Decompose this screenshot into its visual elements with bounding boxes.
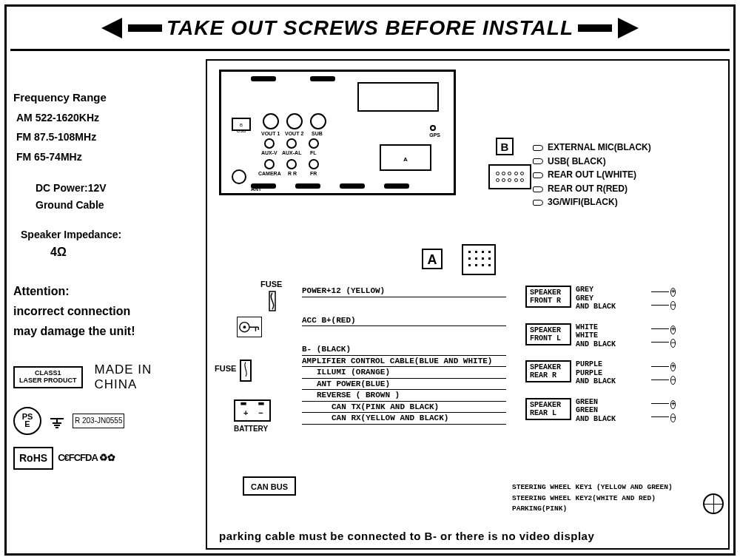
label-sub: SUB [312, 131, 323, 136]
spk-box-b: FRONT L [530, 334, 567, 343]
rca-plug-icon [533, 145, 543, 151]
wire-canrx: CAN RX(YELLOW AND BLACK) [302, 413, 506, 425]
svg-text:+: + [243, 408, 248, 417]
rca-vout1 [263, 113, 279, 129]
arrow-left-icon [101, 18, 122, 38]
plus-icon: + [670, 400, 676, 409]
rca-vout2 [286, 113, 303, 129]
rca-plug-icon [533, 172, 543, 178]
spk-c2: PURPLE [576, 369, 647, 378]
header-banner: TAKE OUT SCREWS BEFORE INSTALL [10, 10, 730, 46]
spk-c1: WHITE [576, 323, 647, 332]
label-fr: FR [310, 171, 317, 176]
connector-b-wire-list: EXTERNAL MIC(BLACK) USB( BLACK) REAR OUT… [533, 141, 721, 209]
wire-acc: ACC B+(RED) [302, 315, 506, 327]
connector-a-label: A [422, 249, 443, 269]
wiring-diagram-box: BUSB VOUT 1 VOUT 2 SUB AUX-V AUX-AL FL C… [206, 59, 730, 550]
display-outline [357, 82, 439, 112]
spk-c3: AND BLACK [576, 377, 647, 386]
label-camera: CAMERA [258, 171, 281, 176]
rca-plug-icon [533, 200, 543, 206]
mount-slot-icon [310, 76, 335, 81]
svg-text:−: − [258, 408, 263, 417]
parking-cable-note: parking cable must be connected to B- or… [219, 530, 721, 542]
connb-3g-wifi: 3G/WIFI(BLACK) [548, 197, 618, 207]
attention-block: Attention: incorrect connection may dama… [13, 281, 198, 342]
speaker-impedance-title: Speaker Impedance: [13, 226, 198, 243]
parking-wire: PARKING(PINK) [512, 504, 719, 514]
plus-icon: + [670, 288, 676, 297]
pse-mark-icon: PS E [13, 407, 41, 435]
arrow-right-icon [618, 18, 639, 38]
steering-key1: STEERING WHEEL KEY1 (YELLOW AND GREEN) [512, 482, 719, 493]
spec-fm1: FM 87.5-108MHz [13, 129, 198, 145]
spec-ground-cable: Ground Cable [13, 197, 198, 213]
minus-icon: − [670, 301, 676, 310]
rca-rr [286, 159, 297, 169]
can-bus-box: CAN BUS [243, 476, 296, 496]
pse-b: E [24, 421, 30, 428]
spk-box-b: REAR R [530, 371, 567, 379]
steering-key2: STEERING WHEEL KEY2(WHITE AND RED) [512, 493, 719, 504]
spk-box-b: REAR L [530, 409, 567, 417]
fuse-symbol-icon [265, 290, 280, 312]
rca-camera [264, 159, 275, 169]
spk-c3: AND BLACK [576, 303, 647, 311]
label-vout1: VOUT 1 [261, 131, 280, 136]
wire-amp: AMPLIFIER CONTROL CABLE(BLUE AND WHITE) [302, 356, 506, 368]
attention-line2: incorrect connection [13, 301, 198, 321]
wire-cantx: CAN TX(PINK AND BLACK) [302, 402, 506, 414]
wire-power12: POWER+12 (YELLOW) [302, 286, 506, 297]
ant-port [232, 169, 246, 184]
connb-ext-mic: EXTERNAL MIC(BLACK) [548, 142, 651, 152]
fuse-box-icon [240, 360, 252, 382]
rohs-badge: RoHS [13, 447, 53, 469]
steering-wheel-icon [703, 493, 724, 514]
freq-range-title: Frequency Range [13, 89, 198, 107]
spk-c3: AND BLACK [576, 415, 647, 424]
made-in-label: MADE IN CHINA [95, 362, 152, 393]
mount-slot-icon [340, 183, 365, 189]
left-spec-panel: Frequency Range AM 522-1620KHz FM 87.5-1… [13, 59, 198, 470]
minus-icon: − [670, 376, 676, 385]
wire-bminus: B- (BLACK) [302, 344, 506, 356]
svg-point-2 [243, 325, 246, 328]
label-rr: R R [288, 171, 297, 176]
usb-port-b: BUSB [232, 118, 251, 131]
label-vout2: VOUT 2 [285, 131, 303, 136]
speaker-rear-r: SPEAKERREAR R PURPLEPURPLEAND BLACK +− [525, 360, 719, 386]
spk-c1: PURPLE [576, 360, 647, 369]
spk-c1: GREY [576, 286, 647, 294]
fuse-label-2: FUSE [215, 364, 236, 373]
arrow-bar-left [128, 24, 162, 32]
cert-row-3: RoHS C€FCFDA ♻✿ [13, 447, 198, 469]
minus-icon: − [670, 339, 676, 348]
spec-dc-power: DC Power:12V [13, 180, 198, 196]
wire-antpower: ANT POWER(BLUE) [302, 379, 506, 391]
battery-label: BATTERY [234, 425, 268, 433]
head-unit-back-panel: BUSB VOUT 1 VOUT 2 SUB AUX-V AUX-AL FL C… [219, 70, 456, 195]
spk-box-a: SPEAKER [530, 363, 567, 371]
connb-usb: USB( BLACK) [548, 156, 606, 166]
label-ant: ANT [251, 186, 261, 192]
cert-row-1: CLASS1 LASER PRODUCT MADE IN CHINA [13, 362, 198, 393]
main-connector-a: A [380, 144, 431, 171]
rca-plug-icon [533, 186, 543, 192]
mount-slot-icon [295, 183, 320, 189]
spk-c2: GREEN [576, 406, 647, 415]
connb-rear-l: REAR OUT L(WHITE) [548, 169, 636, 180]
gps-port [430, 125, 436, 131]
speaker-impedance-value: 4Ω [13, 243, 198, 262]
fuse-label-1: FUSE [260, 280, 282, 289]
plus-icon: + [670, 325, 676, 334]
made-in-b: CHINA [95, 377, 152, 392]
spk-c3: AND BLACK [576, 340, 647, 349]
label-fl: FL [310, 150, 317, 155]
steering-parking-labels: STEERING WHEEL KEY1 (YELLOW AND GREEN) S… [512, 482, 719, 514]
rca-auxal [286, 138, 297, 149]
spec-am: AM 522-1620KHz [13, 109, 198, 126]
minus-icon: − [670, 414, 676, 422]
label-auxv: AUX-V [261, 150, 278, 155]
label-auxal: AUX-AL [282, 150, 301, 155]
spk-box-a: SPEAKER [530, 289, 567, 297]
